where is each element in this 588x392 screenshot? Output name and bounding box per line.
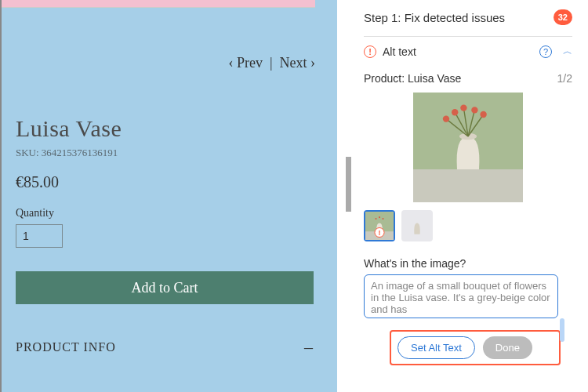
action-buttons-highlight: Set Alt Text Done: [390, 330, 561, 365]
product-row: Product: Luisa Vase 1/2: [364, 72, 572, 85]
help-icon[interactable]: ?: [539, 45, 552, 58]
alt-text-section-header[interactable]: ! Alt text ? ︿: [364, 45, 572, 58]
thumbnail-1[interactable]: !: [364, 210, 395, 241]
add-to-cart-button[interactable]: Add to Cart: [16, 271, 314, 304]
image-thumbnails: !: [364, 210, 572, 241]
quantity-label: Quantity: [16, 207, 315, 220]
svg-point-11: [480, 111, 486, 118]
set-alt-text-button[interactable]: Set Alt Text: [397, 336, 475, 359]
product-name: Luisa Vase: [408, 72, 461, 85]
next-label: Next: [280, 55, 307, 71]
prev-label: Prev: [237, 55, 263, 71]
main-product-image: [413, 93, 523, 202]
image-counter: 1/2: [557, 72, 572, 85]
thumbnail-2[interactable]: [401, 210, 433, 241]
prev-link[interactable]: ‹ Prev: [228, 55, 263, 71]
divider: [364, 36, 572, 37]
alert-icon: !: [364, 45, 376, 58]
product-sku: SKU: 364215376136191: [16, 147, 315, 159]
top-accent-bar: [2, 0, 315, 8]
svg-point-9: [460, 104, 466, 111]
svg-rect-1: [413, 169, 523, 202]
product-price: €85.00: [16, 173, 315, 191]
svg-point-8: [452, 109, 458, 115]
step-header: Step 1: Fix detected issues 32: [364, 9, 572, 25]
svg-point-10: [471, 107, 477, 113]
step-title: Step 1: Fix detected issues: [364, 11, 505, 24]
issues-count-badge: 32: [554, 9, 572, 25]
textarea-scrollbar[interactable]: [560, 318, 564, 342]
quantity-input[interactable]: [16, 224, 63, 248]
product-info-accordion[interactable]: PRODUCT INFO –: [16, 337, 314, 358]
svg-point-15: [375, 218, 376, 220]
product-title: Luisa Vase: [16, 115, 315, 142]
product-info-label: PRODUCT INFO: [16, 340, 116, 354]
svg-point-12: [443, 115, 449, 122]
product-prefix: Product:: [364, 72, 405, 85]
product-nav: ‹ Prev | Next ›: [16, 55, 315, 71]
product-preview: ‹ Prev | Next › Luisa Vase SKU: 36421537…: [0, 0, 337, 392]
nav-separator: |: [270, 55, 273, 71]
collapse-icon: –: [304, 337, 314, 358]
done-button[interactable]: Done: [483, 336, 532, 359]
section-label: Alt text: [383, 45, 416, 58]
svg-point-16: [379, 216, 380, 218]
svg-point-17: [382, 218, 383, 220]
alt-text-prompt: What's in the image?: [364, 257, 572, 270]
thumbnail-alert-icon: !: [375, 227, 385, 238]
chevron-up-icon[interactable]: ︿: [563, 45, 572, 58]
alt-text-input[interactable]: [364, 274, 558, 318]
accessibility-panel: Step 1: Fix detected issues 32 ! Alt tex…: [337, 0, 588, 392]
next-link[interactable]: Next ›: [280, 55, 316, 71]
